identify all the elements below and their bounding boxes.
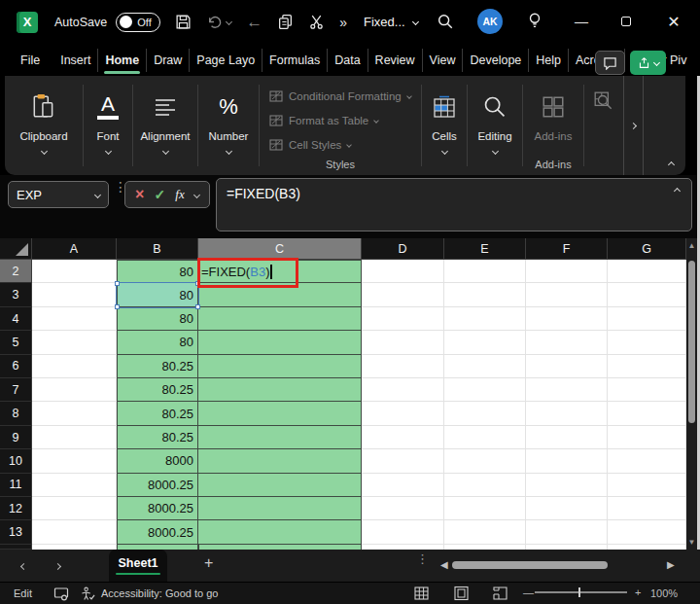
name-box[interactable]: EXP [8,181,109,208]
menu-tab-home[interactable]: Home [97,49,146,72]
cell-E10[interactable] [444,449,526,473]
column-header-C[interactable]: C [198,238,362,260]
cell-D12[interactable] [362,497,444,520]
accessibility-status[interactable]: Accessibility: Good to go [81,586,218,601]
cell-D10[interactable] [362,449,444,473]
maximize-button[interactable] [612,8,640,35]
row-header-4[interactable]: 4 [0,307,32,331]
cell-B12[interactable]: 8000.25 [117,497,198,520]
row-header-8[interactable]: 8 [0,402,32,425]
cell-F8[interactable] [526,402,608,425]
cell-G3[interactable] [608,283,686,306]
cell-E4[interactable] [444,307,526,331]
cell-B3[interactable]: 80 [117,283,198,306]
cell-G6[interactable] [608,355,686,378]
cell-G10[interactable] [608,449,686,473]
cell-E8[interactable] [444,402,526,425]
back-button[interactable]: ← [246,13,262,32]
row-header-12[interactable]: 12 [0,497,32,520]
cell-E6[interactable] [444,355,526,378]
autosave-toggle[interactable]: Off [116,13,160,32]
cell-A4[interactable] [32,307,117,331]
cell-C3[interactable] [198,283,362,306]
prev-sheet-button[interactable] [21,557,26,572]
cell-B8[interactable]: 80.25 [117,402,198,425]
menu-tab-help[interactable]: Help [528,49,568,72]
menu-tab-page-layo[interactable]: Page Layo [189,49,262,72]
zoom-slider-track[interactable] [535,591,627,593]
zoom-level[interactable]: 100% [650,587,678,599]
cell-A8[interactable] [32,402,117,425]
vertical-scroll-thumb[interactable] [688,261,695,423]
cell-D7[interactable] [362,378,444,402]
cell-F2[interactable] [526,260,608,283]
add-sheet-button[interactable]: + [204,554,213,572]
menu-tab-develope[interactable]: Develope [462,49,528,72]
cell-F10[interactable] [526,449,608,473]
cell-A6[interactable] [32,355,117,378]
fx-dropdown-icon[interactable] [193,191,200,197]
formula-input[interactable]: =FIXED(B3) [216,178,692,231]
hscroll-right-icon[interactable]: ▶ [667,559,675,570]
cut-button[interactable] [308,14,325,30]
column-header-F[interactable]: F [526,238,608,260]
cell-G13[interactable] [608,520,686,544]
cell-E7[interactable] [444,378,526,402]
comments-button[interactable] [595,51,625,75]
cell-C6[interactable] [198,355,362,378]
cell-E11[interactable] [444,474,526,497]
cell-B6[interactable]: 80.25 [117,355,198,378]
cell-D9[interactable] [362,426,444,449]
cell-B5[interactable]: 80 [117,331,198,354]
cell-D5[interactable] [362,331,444,354]
vertical-scrollbar[interactable]: ▲ ▼ [686,238,697,550]
editing-group[interactable]: Editing [468,76,522,175]
cell-G11[interactable] [608,474,686,497]
row-header-7[interactable]: 7 [0,378,32,402]
cell-E13[interactable] [444,520,526,544]
row-header-9[interactable]: 9 [0,426,32,449]
menu-tab-data[interactable]: Data [327,49,367,72]
cell-D4[interactable] [362,307,444,331]
zoom-slider-handle[interactable] [578,587,580,597]
cell-G12[interactable] [608,497,686,520]
macro-record-button[interactable] [53,586,69,601]
normal-view-button[interactable] [413,586,430,603]
cell-G4[interactable] [608,307,686,331]
row-header-6[interactable]: 6 [0,355,32,378]
cancel-icon[interactable]: × [135,187,144,202]
cell-E2[interactable] [444,260,526,283]
cell-D2[interactable] [362,260,444,283]
cell-A7[interactable] [32,378,117,402]
cell-C13[interactable] [198,520,362,544]
page-layout-view-button[interactable] [453,586,470,603]
cell-E12[interactable] [444,497,526,520]
account-avatar[interactable]: AK [477,9,503,34]
cell-D8[interactable] [362,402,444,425]
number-group[interactable]: % Number [198,76,259,175]
document-title[interactable]: Fixed... [364,15,418,29]
font-group[interactable]: A Font [84,76,132,175]
zoom-in-button[interactable]: + [635,586,641,598]
excel-app-icon[interactable]: X [17,12,38,33]
insert-function-icon[interactable]: fx [175,187,184,202]
cell-C2[interactable]: =FIXED(B3) [198,260,362,283]
column-header-G[interactable]: G [608,238,686,260]
menu-tab-insert[interactable]: Insert [53,49,97,72]
cell-F5[interactable] [526,331,608,354]
menu-tab-formulas[interactable]: Formulas [262,49,327,72]
cell-B10[interactable]: 8000 [117,449,198,473]
row-header-13[interactable]: 13 [0,520,32,544]
cell-E3[interactable] [444,283,526,306]
column-header-E[interactable]: E [444,238,526,260]
horizontal-scroll-thumb[interactable] [452,561,608,569]
cell-C5[interactable] [198,331,362,354]
sheet-tab-sheet1[interactable]: Sheet1 [109,550,167,582]
share-button[interactable] [630,51,666,75]
cell-F4[interactable] [526,307,608,331]
cell-D11[interactable] [362,474,444,497]
menu-tab-draw[interactable]: Draw [146,49,189,72]
cell-C8[interactable] [198,402,362,425]
close-button[interactable]: ✕ [660,8,687,35]
cell-A12[interactable] [32,497,117,520]
